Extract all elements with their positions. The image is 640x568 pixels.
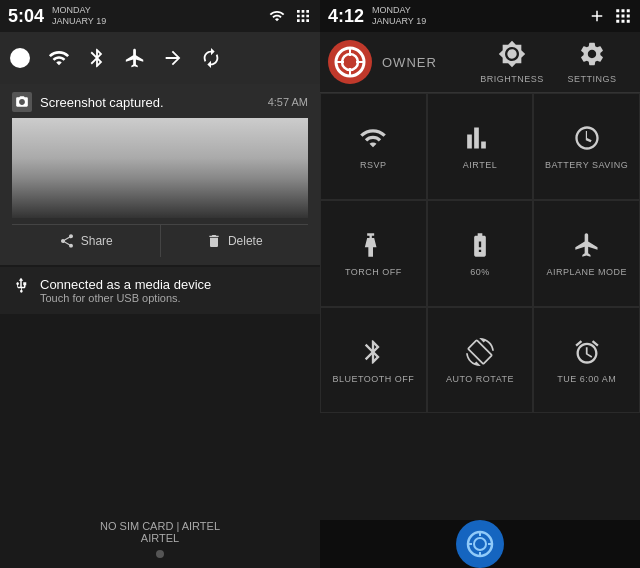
sim-info: NO SIM CARD | AIRTEL AIRTEL: [0, 512, 320, 568]
torch-label: TORCH OFF: [345, 267, 402, 277]
usb-title: Connected as a media device: [40, 277, 211, 292]
right-bottom-bar: [320, 520, 640, 568]
right-panel: 4:12 MONDAY JANUARY 19 OWNE: [320, 0, 640, 568]
profile-name: OWNER: [382, 55, 437, 70]
battery-icon: [464, 229, 496, 261]
tile-settings-header[interactable]: SETTINGS: [552, 36, 632, 88]
tile-battery[interactable]: 60%: [427, 200, 534, 307]
rsvp-label: RSVP: [360, 160, 387, 170]
menu-grid-icon[interactable]: [614, 7, 632, 25]
torch-icon: [357, 229, 389, 261]
grid-icon: [294, 7, 312, 25]
airplane-icon-left: [124, 47, 146, 69]
autorotate-icon: [464, 336, 496, 368]
delete-label: Delete: [228, 234, 263, 248]
usb-subtitle: Touch for other USB options.: [40, 292, 211, 304]
rsvp-wifi-icon: [357, 122, 389, 154]
brightness-label: BRIGHTNESS: [480, 74, 544, 84]
quick-tiles-grid: RSVP AIRTEL BATTERY SAVING: [320, 92, 640, 520]
settings-icon: [576, 40, 608, 68]
usb-icon: [12, 277, 30, 295]
tile-battery-saving[interactable]: BATTERY SAVING: [533, 93, 640, 200]
usb-text: Connected as a media device Touch for ot…: [40, 277, 211, 304]
plus-icon[interactable]: [588, 7, 606, 25]
sim-line1: NO SIM CARD | AIRTEL: [12, 520, 308, 532]
left-status-icons: [268, 7, 312, 25]
signal-icon: [268, 7, 286, 25]
share-label: Share: [81, 234, 113, 248]
left-quick-icons: [0, 32, 320, 84]
tile-brightness-header[interactable]: BRIGHTNESS: [472, 36, 552, 88]
airtel-signal-icon: [464, 122, 496, 154]
battery-pct-label: 60%: [470, 267, 490, 277]
right-date: MONDAY JANUARY 19: [372, 5, 426, 27]
bluetooth-tile-icon: [357, 336, 389, 368]
alarm-icon: [571, 336, 603, 368]
tile-alarm[interactable]: TUE 6:00 AM: [533, 307, 640, 414]
alarm-label: TUE 6:00 AM: [557, 374, 616, 384]
bottom-dot-left: [156, 550, 164, 558]
usb-notification[interactable]: Connected as a media device Touch for ot…: [0, 267, 320, 314]
screenshot-notification[interactable]: Screenshot captured. 4:57 AM Share Delet…: [0, 84, 320, 265]
tile-bluetooth[interactable]: BLUETOOTH OFF: [320, 307, 427, 414]
forward-icon-left: [162, 47, 184, 69]
sim-line2: AIRTEL: [12, 532, 308, 544]
profile-row: OWNER BRIGHTNESS SETTINGS: [320, 32, 640, 92]
tile-autorotate[interactable]: AUTO ROTATE: [427, 307, 534, 414]
rotate-icon-left: [200, 47, 222, 69]
tile-rsvp[interactable]: RSVP: [320, 93, 427, 200]
brightness-icon: [496, 40, 528, 68]
screenshot-actions: Share Delete: [12, 224, 308, 257]
left-status-bar: 5:04 MONDAY JANUARY 19: [0, 0, 320, 32]
right-time: 4:12: [328, 6, 364, 27]
right-status-icons: [588, 7, 632, 25]
bluetooth-icon-left: [86, 47, 108, 69]
screenshot-preview-image: [12, 118, 308, 218]
airplane-label: AIRPLANE MODE: [546, 267, 627, 277]
avatar: [328, 40, 372, 84]
svg-point-4: [460, 524, 500, 564]
tile-torch[interactable]: TORCH OFF: [320, 200, 427, 307]
left-panel: 5:04 MONDAY JANUARY 19: [0, 0, 320, 568]
screenshot-time: 4:57 AM: [268, 96, 308, 108]
airplane-tile-icon: [571, 229, 603, 261]
wifi-icon-left: [48, 47, 70, 69]
settings-label: SETTINGS: [567, 74, 616, 84]
autorotate-label: AUTO ROTATE: [446, 374, 514, 384]
battery-saving-icon: [571, 122, 603, 154]
screenshot-title: Screenshot captured.: [40, 95, 164, 110]
cyanogen-icon-left: [8, 46, 32, 70]
tile-airplane[interactable]: AIRPLANE MODE: [533, 200, 640, 307]
svg-point-0: [10, 48, 30, 68]
battery-saving-label: BATTERY SAVING: [545, 160, 628, 170]
right-status-bar: 4:12 MONDAY JANUARY 19: [320, 0, 640, 32]
screenshot-app-icon: [12, 92, 32, 112]
share-button[interactable]: Share: [12, 225, 161, 257]
left-time: 5:04: [8, 6, 44, 27]
airtel-label: AIRTEL: [463, 160, 497, 170]
fab-button[interactable]: [456, 520, 504, 568]
tile-airtel[interactable]: AIRTEL: [427, 93, 534, 200]
left-date: MONDAY JANUARY 19: [52, 5, 106, 27]
screenshot-notif-header: Screenshot captured. 4:57 AM: [12, 92, 308, 112]
bluetooth-label: BLUETOOTH OFF: [332, 374, 414, 384]
delete-button[interactable]: Delete: [161, 225, 309, 257]
